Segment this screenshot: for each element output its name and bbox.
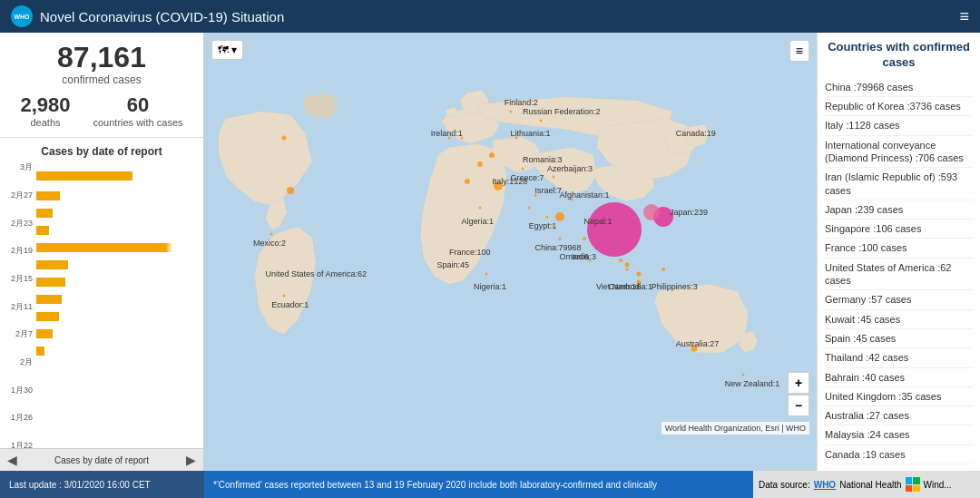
map-dot-usa <box>287 187 294 194</box>
map-dot-srilanka <box>589 259 592 262</box>
country-name: Australia <box>825 410 864 421</box>
country-cases: :106 cases <box>873 223 921 234</box>
country-name: Republic of Korea <box>825 101 904 112</box>
map-dots-container: China:79968Japan:239Italy:1128France:100… <box>204 33 817 471</box>
country-item: Bahrain :40 cases <box>825 368 973 387</box>
country-cases: :24 cases <box>867 429 909 440</box>
country-item: Germany :57 cases <box>825 290 973 309</box>
who-logo: WHO <box>11 5 33 27</box>
country-name: Italy <box>825 120 843 131</box>
map-dot-iran <box>555 212 564 221</box>
app-title: Novel Coronavirus (COVID-19) Situation <box>40 9 284 24</box>
deaths-value: 2,980 <box>20 93 70 117</box>
main-content: 87,161 confirmed cases 2,980 deaths 60 c… <box>0 33 980 471</box>
right-panel-title: Countries with confirmed cases <box>825 40 973 71</box>
map-dot-spain <box>465 179 470 184</box>
country-name: China <box>825 82 851 93</box>
country-cases: :42 cases <box>866 352 908 363</box>
map-dot-algeria <box>478 207 481 210</box>
country-name: Spain <box>825 333 850 344</box>
sub-stats: 2,980 deaths 60 countries with cases <box>9 93 194 128</box>
country-item: Singapore :106 cases <box>825 220 973 239</box>
countries-value: 60 <box>93 93 182 117</box>
country-item: United Kingdom :35 cases <box>825 387 973 406</box>
country-cases: :45 cases <box>853 333 896 344</box>
map-dot-egypt <box>527 207 530 210</box>
map-label-oman: Oman:6 <box>560 252 589 261</box>
windows-text: Wind... <box>924 480 952 490</box>
map-dot-russia <box>540 119 543 122</box>
map-dot-kuwait <box>546 215 549 218</box>
map-label-mexico: Mexico:2 <box>253 239 286 248</box>
country-name: Bahrain <box>825 372 859 383</box>
horizontal-bars <box>36 161 196 448</box>
map-label-philippines: Philippines:3 <box>652 282 698 291</box>
map-label-afghanistan: Afghanistan:1 <box>560 190 610 200</box>
country-item: Italy :1128 cases <box>825 116 973 135</box>
map-dot-china <box>587 202 642 257</box>
map-label-israel: Israel:7 <box>535 186 563 195</box>
map-dot-newzealand <box>742 373 745 376</box>
map-dot-india <box>583 237 586 240</box>
map-dot-oman <box>558 238 561 240</box>
country-cases: :35 cases <box>898 391 941 402</box>
map-label-japan: Japan:239 <box>670 208 708 217</box>
chart-nav: ◀ Cases by date of report ▶ <box>0 448 203 471</box>
chart-next-button[interactable]: ▶ <box>186 453 196 467</box>
country-item: France :100 cases <box>825 239 973 258</box>
map-dot-finland <box>509 110 512 112</box>
country-item: Kuwait :45 cases <box>825 310 973 329</box>
map-label-ecuador: Ecuador:1 <box>271 300 309 309</box>
data-source: Data source: WHO National Health Wind... <box>753 471 980 498</box>
map-dot-korea <box>643 204 660 220</box>
map-label-nepal: Nepal:1 <box>584 217 612 226</box>
chart-date-labels: 3月 2月27 2月23 2月19 2月15 2月11 2月7 2月 1月30 … <box>7 161 34 448</box>
map-label-newzealand: New Zealand:1 <box>725 379 780 388</box>
bar-row <box>36 239 196 256</box>
last-update: Last update : 3/01/2020 16:00 CET <box>0 471 204 498</box>
bar-row <box>36 291 196 308</box>
map-dot-germany <box>489 152 495 158</box>
map-toolbar: 🗺 ▾ <box>211 40 243 60</box>
country-cases: :57 cases <box>868 294 911 305</box>
who-link[interactable]: WHO <box>814 480 836 490</box>
map-background: China:79968Japan:239Italy:1128France:100… <box>204 33 817 471</box>
chart-container: 3月 2月27 2月23 2月19 2月15 2月11 2月7 2月 1月30 … <box>7 161 196 448</box>
bar-row <box>36 188 196 204</box>
map-label-usa: United States of America:62 <box>266 269 368 278</box>
map-label-finland: Finland:2 <box>505 98 538 107</box>
map-label-algeria: Algeria:1 <box>462 217 495 226</box>
bar-row <box>36 222 196 239</box>
map-dot-philippines <box>662 268 665 271</box>
disclaimer: *'Confirmed' cases reported between 13 a… <box>204 471 753 498</box>
map-label-russia: Russian Federation:2 <box>523 107 601 116</box>
country-name: Malaysia <box>825 429 864 440</box>
country-item: Republic of Korea :3736 cases <box>825 97 973 116</box>
map-label-nigeria: Nigeria:1 <box>474 282 506 291</box>
country-name: United States of America <box>825 262 935 273</box>
bar-row <box>36 257 196 273</box>
country-cases: :239 cases <box>855 204 903 215</box>
country-item: Canada :19 cases <box>825 445 973 464</box>
deaths-label: deaths <box>20 117 70 128</box>
country-name: Canada <box>825 449 860 460</box>
map-list-button[interactable]: ≡ <box>789 40 809 62</box>
chart-section: Cases by date of report 3月 2月27 2月23 2月1… <box>0 138 203 448</box>
country-name: United Kingdom <box>825 391 896 402</box>
zoom-in-button[interactable]: + <box>788 372 809 394</box>
confirmed-count: 87,161 <box>9 42 194 73</box>
bar-row <box>36 326 196 342</box>
map-area[interactable]: China:79968Japan:239Italy:1128France:100… <box>204 33 817 471</box>
map-dot-singapore <box>637 271 642 276</box>
zoom-out-button[interactable]: − <box>788 395 809 416</box>
chart-prev-button[interactable]: ◀ <box>7 453 17 467</box>
country-item: Spain :45 cases <box>825 329 973 348</box>
country-item: International conveyance (Diamond Prince… <box>825 136 973 169</box>
app-header: WHO Novel Coronavirus (COVID-19) Situati… <box>0 0 980 33</box>
map-dot-vietnam <box>624 262 629 267</box>
menu-icon[interactable]: ≡ <box>959 7 969 26</box>
win-cell-1 <box>906 477 913 484</box>
map-dot-azerbaijan <box>552 176 554 179</box>
map-view-button[interactable]: 🗺 ▾ <box>211 40 243 60</box>
win-cell-3 <box>906 485 913 493</box>
